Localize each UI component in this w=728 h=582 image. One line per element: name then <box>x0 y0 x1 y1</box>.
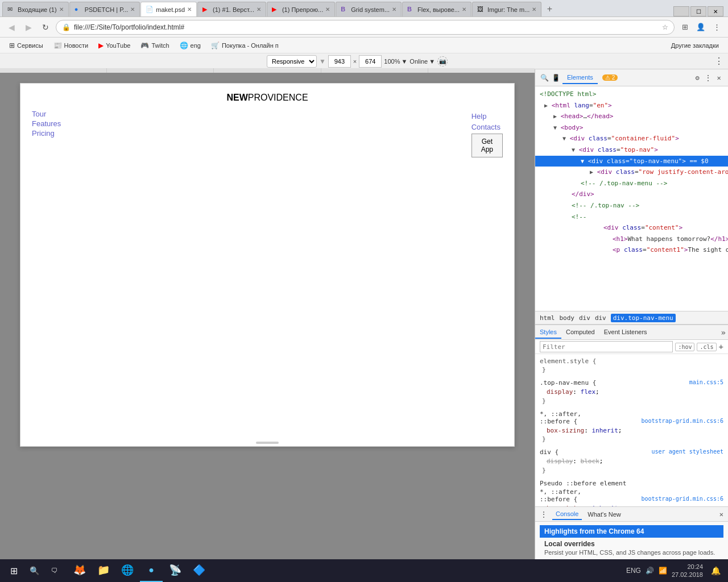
styles-tab-computed[interactable]: Computed <box>561 326 599 339</box>
breadcrumb-div1[interactable]: div <box>579 314 590 322</box>
breadcrumb-html[interactable]: html <box>540 314 555 322</box>
bottom-close-button[interactable]: ✕ <box>719 510 723 518</box>
html-head: ▶ <head>…</head> <box>535 111 728 122</box>
taskbar-figma[interactable]: 🔷 <box>188 559 210 582</box>
styles-filter-input[interactable] <box>540 341 673 352</box>
reload-button[interactable]: ↻ <box>39 20 52 34</box>
bookmark-star-icon[interactable]: ☆ <box>662 23 668 31</box>
devtools-overflow-icon[interactable]: ⋮ <box>704 73 712 82</box>
bookmark-pokupka[interactable]: 🛒 Покупка - Онлайн п <box>206 40 283 51</box>
site-get-app-button[interactable]: Get App <box>471 134 503 157</box>
style-source-main[interactable]: main.css:5 <box>689 379 723 385</box>
devtools-settings-icon[interactable]: ⚙ <box>693 73 702 82</box>
site-nav-tour[interactable]: Tour <box>32 110 61 118</box>
style-source-bootstrap2[interactable]: bootstrap-grid.min.css:6 <box>642 496 724 502</box>
devtools-tab-elements[interactable]: Elements <box>562 72 598 84</box>
devtools-close-icon[interactable]: ✕ <box>714 73 723 82</box>
extensions-button[interactable]: ⊞ <box>678 20 692 34</box>
bookmark-youtube[interactable]: ▶ YouTube <box>94 40 135 51</box>
devtools-device-icon[interactable]: 📱 <box>551 73 560 82</box>
menu-button[interactable]: ⋮ <box>710 20 723 34</box>
breadcrumb-div2[interactable]: div <box>595 314 606 322</box>
style-prop-display: display: flex; <box>540 388 723 397</box>
site-nav-help[interactable]: Help <box>471 112 487 120</box>
tab-psdetch-close[interactable]: ✕ <box>130 6 135 13</box>
screenshot-button[interactable]: 📷 <box>437 56 448 66</box>
forward-button[interactable]: ▶ <box>22 20 35 34</box>
bookmark-servisy[interactable]: ⊞ Сервисы <box>5 40 48 51</box>
tab-bootstrap-close[interactable]: ✕ <box>392 6 396 13</box>
taskbar-notification-button[interactable]: 🔔 <box>708 563 723 579</box>
site-nav-pricing[interactable]: Pricing <box>32 129 61 138</box>
window-maximize-button[interactable]: ☐ <box>690 6 706 16</box>
site-nav-features[interactable]: Features <box>32 119 61 128</box>
html-top-nav-menu[interactable]: ▼ <div class="top-nav-menu"> == $0 <box>535 156 728 167</box>
tab-youtube2[interactable]: ▶ (1) Препрою... ✕ <box>267 2 335 16</box>
devtools-inspect-icon[interactable]: 🔍 <box>540 73 549 82</box>
taskbar-edge[interactable]: 🌐 <box>116 559 139 582</box>
bookmark-youtube-label: YouTube <box>106 42 130 49</box>
bookmark-eng[interactable]: 🌐 eng <box>175 40 205 51</box>
tab-youtube1[interactable]: ▶ (1) #1. Верст... ✕ <box>197 2 266 16</box>
start-button[interactable]: ⊞ <box>5 562 23 580</box>
pseudo-hov-button[interactable]: :hov <box>675 343 694 351</box>
new-tab-button[interactable]: + <box>542 2 557 16</box>
width-input[interactable] <box>328 55 351 68</box>
styles-tab-styles[interactable]: Styles <box>535 326 561 339</box>
styles-more-icon[interactable]: » <box>719 328 728 337</box>
taskbar-chrome[interactable]: ● <box>140 559 163 582</box>
tab-maket-label: maket.psd <box>156 6 185 13</box>
youtube-icon: ▶ <box>98 41 104 49</box>
window-close-button[interactable]: ✕ <box>708 6 723 16</box>
profile-button[interactable]: 👤 <box>694 20 708 34</box>
online-selector[interactable]: Online ▼ <box>410 58 435 65</box>
taskbar-firefox[interactable]: 🦊 <box>68 559 91 582</box>
tab-imgur-close[interactable]: ✕ <box>532 6 536 13</box>
taskbar-search-button[interactable]: 🔍 <box>25 562 43 580</box>
bookmark-twitch[interactable]: 🎮 Twitch <box>136 40 173 51</box>
breadcrumb-top-nav-menu[interactable]: div.top-nav-menu <box>611 314 676 322</box>
scrollbar-handle[interactable] <box>256 442 279 444</box>
taskbar-cortana-button[interactable]: 🗨 <box>46 562 64 580</box>
devtools-html-panel[interactable]: <!DOCTYPE html> ▶ <html lang="en"> ▶ <he… <box>535 86 728 311</box>
site-nav-contacts[interactable]: Contacts <box>471 123 500 131</box>
tab-gmail[interactable]: ✉ Входящие (1) ✕ <box>2 2 69 16</box>
tab-youtube1-close[interactable]: ✕ <box>257 6 261 13</box>
tab-maket[interactable]: 📄 maket.psd ✕ <box>140 2 197 16</box>
tab-youtube2-close[interactable]: ✕ <box>325 6 330 13</box>
tray-volume-icon[interactable]: 🔊 <box>646 567 654 575</box>
youtube1-favicon: ▶ <box>202 6 210 14</box>
tab-flex[interactable]: B Flex, вырове... ✕ <box>402 2 471 16</box>
tab-gmail-close[interactable]: ✕ <box>59 6 64 13</box>
devtools-more-button[interactable]: ⋮ <box>714 56 723 66</box>
style-source-bootstrap1[interactable]: bootstrap-grid.min.css:6 <box>642 418 724 424</box>
add-style-button[interactable]: + <box>719 342 723 351</box>
console-drag-icon: ⋮ <box>540 510 548 519</box>
other-bookmarks[interactable]: Другие закладки <box>667 41 723 50</box>
tab-imgur[interactable]: 🖼 Imgur: The m... ✕ <box>472 2 541 16</box>
tab-psdetch[interactable]: ● PSDETCH | P... ✕ <box>69 2 140 16</box>
tray-network-icon[interactable]: 📶 <box>659 567 667 575</box>
height-input[interactable] <box>359 55 382 68</box>
tab-flex-close[interactable]: ✕ <box>462 6 466 13</box>
tab-maket-close[interactable]: ✕ <box>187 6 192 13</box>
tab-bootstrap[interactable]: B Grid system... ✕ <box>336 2 402 16</box>
window-minimize-button[interactable] <box>673 6 689 16</box>
back-button[interactable]: ◀ <box>5 20 18 34</box>
breadcrumb-body[interactable]: body <box>560 314 575 322</box>
site-btn-line2: App <box>481 146 493 153</box>
whats-new-tab[interactable]: What's New <box>584 509 624 519</box>
style-rule-top-nav-menu: .top-nav-menu { main.css:5 display: flex… <box>535 378 728 406</box>
bookmark-novosti[interactable]: 📰 Новости <box>49 40 93 51</box>
bookmark-pokupka-label: Покупка - Онлайн п <box>222 42 279 49</box>
twitch-icon: 🎮 <box>140 41 149 49</box>
taskbar-telegram[interactable]: 📡 <box>164 559 187 582</box>
device-select[interactable]: Responsive <box>267 55 317 68</box>
console-tab[interactable]: Console <box>552 509 582 520</box>
styles-tab-event-listeners[interactable]: Event Listeners <box>599 326 652 339</box>
address-bar[interactable]: 🔒 file:///E:/Site/To/portfolio/indext.ht… <box>56 20 675 35</box>
pseudo-cls-button[interactable]: .cls <box>697 343 716 351</box>
taskbar-file-explorer[interactable]: 📁 <box>92 559 115 582</box>
zoom-selector[interactable]: 100% ▼ <box>384 58 407 65</box>
youtube2-favicon: ▶ <box>272 6 280 14</box>
